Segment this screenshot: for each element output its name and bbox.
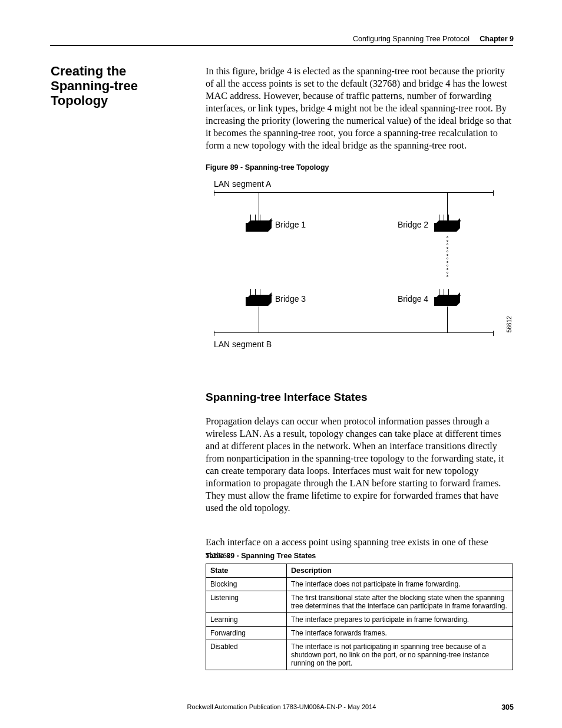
lan-a-label: LAN segment A	[214, 179, 271, 189]
header-section: Configuring Spanning Tree Protocol	[353, 35, 470, 43]
table-row: Forwarding The interface forwards frames…	[206, 627, 513, 640]
spanning-tree-states-table: State Description Blocking The interface…	[206, 564, 513, 670]
table-caption: Table 89 - Spanning Tree States	[206, 552, 316, 560]
intro-paragraph: In this figure, bridge 4 is elected as t…	[206, 65, 513, 151]
bridge-3-label: Bridge 3	[275, 294, 306, 304]
cell-state: Listening	[206, 591, 287, 613]
bridge-1-icon	[246, 220, 275, 235]
radio-link-b2-b4	[447, 235, 448, 279]
section-heading: Creating the Spanning-tree Topology	[51, 64, 192, 108]
cell-desc: The first transitional state after the b…	[287, 591, 513, 613]
cell-state: Learning	[206, 613, 287, 627]
cell-state: Forwarding	[206, 627, 287, 640]
table-row: Disabled The interface is not participat…	[206, 640, 513, 670]
figure-caption: Figure 89 - Spanning-tree Topology	[206, 163, 329, 172]
page-number: 305	[501, 703, 514, 711]
lan-b-line	[214, 332, 494, 333]
running-header: Configuring Spanning Tree Protocol Chapt…	[353, 35, 514, 43]
col-state: State	[206, 564, 287, 578]
footer-publication: Rockwell Automation Publication 1783-UM0…	[50, 703, 513, 710]
figure-source-number: 56612	[506, 316, 513, 332]
cell-desc: The interface prepares to participate in…	[287, 613, 513, 627]
lan-b-label: LAN segment B	[214, 340, 272, 349]
cell-state: Blocking	[206, 578, 287, 591]
link-a-b2	[447, 192, 448, 222]
cell-state: Disabled	[206, 640, 287, 670]
cell-desc: The interface does not participate in fr…	[287, 578, 513, 591]
paragraph-propagation: Propagation delays can occur when protoc…	[206, 415, 513, 514]
header-chapter: Chapter 9	[480, 35, 514, 43]
table-row: Blocking The interface does not particip…	[206, 578, 513, 591]
link-a-b1	[259, 192, 259, 222]
bridge-1-label: Bridge 1	[275, 220, 306, 229]
link-b4-b	[447, 307, 448, 332]
table-row: Learning The interface prepares to parti…	[206, 613, 513, 627]
figure-89: LAN segment A Bridge 1 Bridge 2 Bridge 3…	[206, 174, 513, 348]
bridge-2-icon	[434, 220, 464, 235]
header-rule	[50, 45, 513, 46]
table-header-row: State Description	[206, 564, 513, 578]
table-row: Listening The first transitional state a…	[206, 591, 513, 613]
col-description: Description	[287, 564, 513, 578]
bridge-4-icon	[434, 295, 464, 309]
link-b3-b	[259, 307, 259, 332]
cell-desc: The interface forwards frames.	[287, 627, 513, 640]
lan-a-line	[214, 192, 494, 193]
bridge-4-label: Bridge 4	[398, 294, 428, 304]
cell-desc: The interface is not participating in sp…	[287, 640, 513, 670]
subsection-heading: Spanning-tree Interface States	[206, 391, 368, 404]
bridge-2-label: Bridge 2	[398, 220, 428, 229]
bridge-3-icon	[246, 295, 275, 309]
